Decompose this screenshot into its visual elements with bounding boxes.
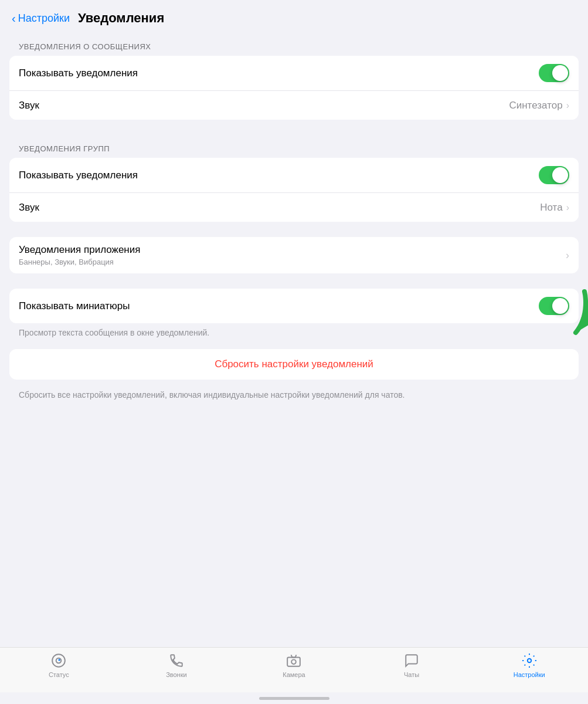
svg-point-3 [59, 659, 60, 661]
back-button[interactable]: ‹ Настройки [12, 12, 70, 25]
miniatures-label: Показывать миниатюры [19, 300, 130, 312]
app-notifications-card: Уведомления приложения Баннеры, Звуки, В… [9, 237, 579, 273]
tab-chats-icon [403, 652, 420, 669]
page-title: Уведомления [78, 11, 164, 26]
reset-description: Сбросить все настройки уведомлений, вклю… [9, 385, 579, 409]
phone-container: ‹ Настройки Уведомления УВЕДОМЛЕНИЯ О СО… [0, 0, 588, 704]
show-notifications-grp-toggle[interactable] [539, 166, 569, 184]
tab-chats-label: Чаты [404, 671, 419, 678]
main-content: УВЕДОМЛЕНИЯ О СООБЩЕНИЯХ Показывать увед… [0, 33, 588, 647]
settings-icon-svg [522, 653, 537, 668]
show-notifications-msg-label: Показывать уведомления [19, 67, 138, 79]
sound-grp-row[interactable]: Звук Нота › [9, 192, 579, 222]
home-bar [259, 697, 329, 700]
tab-status[interactable]: Статус [38, 652, 79, 678]
sound-grp-value: Нота › [540, 202, 569, 214]
tab-status-icon [50, 652, 67, 669]
calls-icon-svg [169, 653, 184, 668]
messages-section-title: УВЕДОМЛЕНИЯ О СООБЩЕНИЯХ [9, 33, 579, 56]
reset-section: Сбросить настройки уведомлений [9, 349, 579, 380]
app-notifications-chevron-icon: › [566, 249, 569, 262]
status-icon-svg [51, 653, 66, 668]
tab-chats[interactable]: Чаты [391, 652, 432, 678]
tab-calls-label: Звонки [166, 671, 187, 678]
chats-icon-svg [404, 653, 419, 668]
home-indicator [0, 692, 588, 704]
show-notifications-grp-label: Показывать уведомления [19, 170, 138, 181]
messages-section: УВЕДОМЛЕНИЯ О СООБЩЕНИЯХ Показывать увед… [9, 33, 579, 120]
svg-point-5 [292, 659, 297, 664]
groups-card: Показывать уведомления Звук Нота › [9, 158, 579, 222]
tab-camera-label: Камера [283, 671, 305, 678]
spacer-2 [9, 228, 579, 237]
back-chevron-icon: ‹ [12, 12, 16, 25]
spacer-bottom [9, 409, 579, 418]
sound-msg-value-text: Синтезатор [509, 100, 562, 111]
sound-grp-value-text: Нота [540, 202, 562, 214]
tab-bar: Статус Звонки Камера [0, 647, 588, 692]
toggle-thumb-grp [552, 167, 568, 183]
groups-section-title: УВЕДОМЛЕНИЯ ГРУПП [9, 135, 579, 158]
header: ‹ Настройки Уведомления [0, 0, 588, 33]
toggle-track-msg [539, 64, 569, 82]
reset-button[interactable]: Сбросить настройки уведомлений [9, 349, 579, 380]
miniatures-row: Показывать миниатюры [9, 289, 579, 323]
svg-point-6 [527, 659, 531, 663]
green-arrow-container [526, 283, 588, 350]
show-notifications-msg-toggle[interactable] [539, 64, 569, 82]
app-notifications-row[interactable]: Уведомления приложения Баннеры, Звуки, В… [9, 237, 579, 273]
spacer-1 [9, 126, 579, 135]
tab-calls-icon [168, 652, 185, 669]
tab-camera[interactable]: Камера [273, 652, 314, 678]
tab-camera-icon [285, 652, 302, 669]
sound-msg-label: Звук [19, 100, 39, 111]
sound-msg-row[interactable]: Звук Синтезатор › [9, 90, 579, 120]
groups-section: УВЕДОМЛЕНИЯ ГРУПП Показывать уведомления… [9, 135, 579, 222]
tab-status-label: Статус [49, 671, 69, 678]
app-notifications-sublabel: Баннеры, Звуки, Вибрация [19, 258, 566, 266]
app-notifications-label: Уведомления приложения [19, 244, 566, 256]
app-notifications-left: Уведомления приложения Баннеры, Звуки, В… [19, 244, 566, 266]
back-label: Настройки [18, 12, 70, 25]
miniatures-section: Показывать миниатюры [9, 289, 579, 347]
miniatures-description: Просмотр текста сообщения в окне уведомл… [9, 323, 579, 347]
tab-settings-label: Настройки [514, 671, 545, 678]
show-notifications-grp-row: Показывать уведомления [9, 158, 579, 192]
sound-msg-value: Синтезатор › [509, 100, 569, 111]
tab-settings[interactable]: Настройки [509, 652, 550, 678]
sound-grp-label: Звук [19, 202, 39, 214]
camera-icon-svg [286, 653, 301, 668]
spacer-bottom2 [9, 418, 579, 428]
messages-card: Показывать уведомления Звук Синтезатор › [9, 56, 579, 120]
sound-grp-chevron-icon: › [566, 202, 569, 213]
show-notifications-msg-row: Показывать уведомления [9, 56, 579, 90]
tab-settings-icon [521, 652, 538, 669]
toggle-thumb-msg [552, 65, 568, 81]
toggle-track-grp [539, 166, 569, 184]
svg-rect-4 [288, 658, 301, 666]
green-arrow-icon [526, 283, 588, 347]
sound-msg-chevron-icon: › [566, 100, 569, 111]
tab-calls[interactable]: Звонки [156, 652, 197, 678]
miniatures-card: Показывать миниатюры [9, 289, 579, 323]
spacer-3 [9, 279, 579, 289]
